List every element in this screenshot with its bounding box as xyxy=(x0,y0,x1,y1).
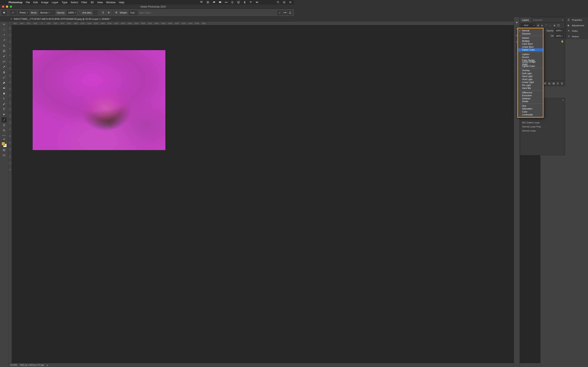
eyedropper-tool[interactable] xyxy=(1,54,7,59)
ruler-tick: 2800 xyxy=(133,22,140,25)
menu-file[interactable]: File xyxy=(26,1,30,4)
app-name[interactable]: Photoshop xyxy=(9,1,22,4)
type-tool[interactable]: T xyxy=(1,107,7,112)
wand-tool[interactable] xyxy=(1,38,7,43)
minimize-button[interactable] xyxy=(6,6,8,8)
menu-image[interactable]: Image xyxy=(41,1,48,4)
tools-panel: T ••• ⟲ xyxy=(0,22,8,184)
mode-select[interactable]: Normal xyxy=(39,10,55,15)
ruler-origin[interactable] xyxy=(8,22,12,25)
workspace-icon[interactable]: ▭▾ xyxy=(283,10,287,15)
svg-point-21 xyxy=(3,129,4,131)
ruler-tick: 0 xyxy=(8,106,12,113)
move-tool[interactable] xyxy=(1,22,7,27)
pen-tool[interactable] xyxy=(1,101,7,106)
dodge-tool[interactable] xyxy=(1,96,7,101)
crop-tool[interactable] xyxy=(1,43,7,48)
ruler-tick: 1600 xyxy=(93,22,99,25)
ruler-horizontal[interactable]: 8006004002000200400600800100012001400160… xyxy=(12,22,294,25)
ruler-tick: 0 xyxy=(8,146,12,153)
opacity-input[interactable]: 100% xyxy=(67,10,76,15)
stamp-tool[interactable] xyxy=(1,70,7,75)
swap-colors-icon[interactable]: ⟲ xyxy=(1,138,7,141)
eraser-tool[interactable] xyxy=(1,80,7,85)
svg-point-12 xyxy=(3,29,5,31)
canvas-color-layer xyxy=(33,50,165,150)
edit-toolbar[interactable]: ••• xyxy=(2,134,6,137)
wifi-icon[interactable] xyxy=(249,1,252,4)
ruler-tick: 200 xyxy=(45,22,52,25)
siri-icon[interactable] xyxy=(283,1,286,4)
frame-tool[interactable] xyxy=(1,49,7,53)
bluetooth-icon[interactable] xyxy=(243,1,246,4)
gear-icon[interactable]: ⚙ xyxy=(114,10,118,15)
ruler-tick: 0 xyxy=(8,119,12,126)
menu-type[interactable]: Type xyxy=(62,1,67,4)
color-swatches[interactable] xyxy=(1,142,7,147)
svg-rect-2 xyxy=(219,1,221,3)
search-icon[interactable]: ⌕ xyxy=(277,10,282,15)
align-icon[interactable]: ☰ xyxy=(101,10,105,15)
zoom-tool[interactable] xyxy=(1,128,7,133)
display-icon[interactable] xyxy=(218,1,222,4)
ruler-tick: 800 xyxy=(66,22,72,25)
weight-input[interactable]: 5 px xyxy=(129,10,138,15)
unit-select[interactable]: Pixels xyxy=(18,10,29,15)
ruler-tick: 0 xyxy=(8,86,12,92)
lasso-tool[interactable] xyxy=(1,33,7,38)
cloud-icon[interactable] xyxy=(212,1,216,4)
antialias-checkbox[interactable] xyxy=(78,11,81,14)
tool-preset[interactable] xyxy=(10,10,17,15)
zoom-button[interactable] xyxy=(10,6,12,8)
ruler-tick: 0 xyxy=(8,113,12,119)
screenmode-icon[interactable] xyxy=(1,153,7,158)
gradient-tool[interactable] xyxy=(1,86,7,91)
ruler-tick: 2400 xyxy=(120,22,126,25)
ruler-tick: 1800 xyxy=(99,22,106,25)
ruler-tool[interactable] xyxy=(1,59,7,64)
cc-icon[interactable] xyxy=(206,1,209,4)
quickmask-icon[interactable] xyxy=(1,148,7,152)
menu-select[interactable]: Select xyxy=(71,1,78,4)
dropbox-icon[interactable] xyxy=(200,1,203,4)
home-button[interactable] xyxy=(2,10,7,15)
close-button[interactable] xyxy=(2,6,4,8)
svg-point-7 xyxy=(284,2,285,3)
airplay-icon[interactable] xyxy=(237,1,240,4)
menu-window[interactable]: Window xyxy=(106,1,116,4)
close-tab-icon[interactable]: × xyxy=(11,17,12,20)
timemachine-icon[interactable] xyxy=(231,1,234,4)
ruler-vertical[interactable]: 0000000000000000000000 xyxy=(8,25,12,184)
canvas-area[interactable]: 8006004002000200400600800100012001400160… xyxy=(8,22,294,184)
apple-icon[interactable] xyxy=(2,1,5,4)
ruler-tick: 0 xyxy=(8,126,12,133)
spotlight-icon[interactable] xyxy=(277,1,280,4)
path-tool[interactable] xyxy=(1,112,7,117)
menu-layer[interactable]: Layer xyxy=(52,1,58,4)
hand-tool[interactable] xyxy=(1,123,7,128)
ruler-tick: 400 xyxy=(52,22,59,25)
brush-tool[interactable] xyxy=(1,64,7,69)
document-tab[interactable]: × 60521779481__F7C2F3D7-ABC9-4D76-9F8E-9… xyxy=(8,16,113,21)
menu-edit[interactable]: Edit xyxy=(33,1,38,4)
blur-tool[interactable] xyxy=(1,91,7,96)
ruler-tick: 2200 xyxy=(113,22,120,25)
menu-filter[interactable]: Filter xyxy=(81,1,87,4)
ruler-tick: 0 xyxy=(8,32,12,39)
ruler-tick: 600 xyxy=(18,22,25,25)
share-icon[interactable] xyxy=(288,10,292,15)
mode-label: Mode: xyxy=(31,11,37,14)
style-swatch[interactable] xyxy=(93,10,97,15)
canvas[interactable] xyxy=(33,50,165,150)
menu-help[interactable]: Help xyxy=(119,1,124,4)
line-tool[interactable] xyxy=(1,117,7,122)
dots-icon[interactable]: ••• xyxy=(225,1,228,4)
volume-icon[interactable] xyxy=(255,1,259,4)
history-brush-tool[interactable] xyxy=(1,75,7,80)
marquee-tool[interactable] xyxy=(1,27,7,32)
distribute-icon[interactable]: ⊕ xyxy=(107,10,111,15)
notification-icon[interactable] xyxy=(289,1,292,4)
menu-view[interactable]: View xyxy=(97,1,103,4)
menu-3d[interactable]: 3D xyxy=(90,1,94,4)
ruler-tick: 1200 xyxy=(79,22,86,25)
